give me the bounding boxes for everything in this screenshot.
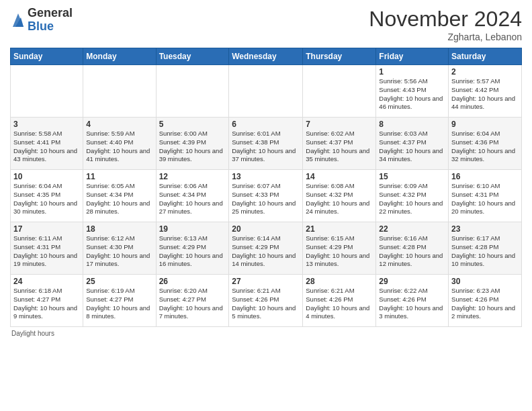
calendar-cell — [303, 65, 376, 118]
day-info: Sunrise: 5:57 AM Sunset: 4:42 PM Dayligh… — [451, 77, 519, 111]
day-info: Sunrise: 6:00 AM Sunset: 4:39 PM Dayligh… — [159, 130, 226, 164]
calendar-week-5: 24Sunrise: 6:18 AM Sunset: 4:27 PM Dayli… — [11, 275, 522, 327]
header-tuesday: Tuesday — [156, 48, 229, 65]
day-number: 12 — [159, 172, 226, 181]
calendar-cell: 21Sunrise: 6:15 AM Sunset: 4:29 PM Dayli… — [303, 222, 376, 275]
day-number: 25 — [86, 277, 152, 286]
calendar-cell: 2Sunrise: 5:57 AM Sunset: 4:42 PM Daylig… — [449, 65, 522, 118]
day-number: 14 — [306, 172, 373, 181]
day-info: Sunrise: 6:20 AM Sunset: 4:27 PM Dayligh… — [159, 287, 226, 321]
calendar-cell: 23Sunrise: 6:17 AM Sunset: 4:28 PM Dayli… — [449, 222, 522, 275]
header-monday: Monday — [83, 48, 156, 65]
day-number: 19 — [159, 224, 226, 234]
calendar-cell: 11Sunrise: 6:05 AM Sunset: 4:34 PM Dayli… — [83, 170, 156, 222]
day-number: 17 — [13, 224, 80, 234]
day-number: 7 — [306, 120, 373, 129]
day-info: Sunrise: 6:13 AM Sunset: 4:29 PM Dayligh… — [159, 234, 226, 269]
day-number: 6 — [232, 120, 300, 129]
day-number: 11 — [86, 172, 152, 181]
footer-note: Daylight hours — [10, 330, 522, 337]
day-number: 8 — [379, 120, 445, 129]
day-info: Sunrise: 6:22 AM Sunset: 4:26 PM Dayligh… — [379, 287, 445, 321]
logo: General Blue — [10, 7, 73, 34]
calendar-cell — [11, 65, 83, 118]
day-info: Sunrise: 6:06 AM Sunset: 4:34 PM Dayligh… — [159, 182, 226, 216]
day-number: 21 — [306, 224, 373, 234]
day-info: Sunrise: 6:04 AM Sunset: 4:35 PM Dayligh… — [13, 182, 80, 216]
day-number: 26 — [159, 277, 226, 286]
header-friday: Friday — [376, 48, 449, 65]
day-number: 4 — [86, 120, 152, 129]
day-number: 24 — [13, 277, 80, 286]
calendar-cell: 8Sunrise: 6:03 AM Sunset: 4:37 PM Daylig… — [376, 118, 449, 170]
calendar-cell — [156, 65, 229, 118]
calendar-cell: 6Sunrise: 6:01 AM Sunset: 4:38 PM Daylig… — [229, 118, 303, 170]
day-number: 1 — [379, 67, 445, 77]
day-info: Sunrise: 6:01 AM Sunset: 4:38 PM Dayligh… — [232, 130, 300, 164]
day-info: Sunrise: 6:17 AM Sunset: 4:28 PM Dayligh… — [451, 234, 519, 269]
calendar-cell: 20Sunrise: 6:14 AM Sunset: 4:29 PM Dayli… — [229, 222, 303, 275]
calendar-cell: 7Sunrise: 6:02 AM Sunset: 4:37 PM Daylig… — [303, 118, 376, 170]
header: General Blue November 2024 Zgharta, Leba… — [10, 7, 522, 42]
day-number: 2 — [451, 67, 519, 77]
calendar-cell: 26Sunrise: 6:20 AM Sunset: 4:27 PM Dayli… — [156, 275, 229, 327]
day-info: Sunrise: 6:03 AM Sunset: 4:37 PM Dayligh… — [379, 130, 445, 164]
logo-text: General Blue — [28, 7, 73, 34]
day-number: 18 — [86, 224, 152, 234]
calendar-cell: 13Sunrise: 6:07 AM Sunset: 4:33 PM Dayli… — [229, 170, 303, 222]
day-info: Sunrise: 6:10 AM Sunset: 4:31 PM Dayligh… — [451, 182, 519, 216]
calendar-week-2: 3Sunrise: 5:58 AM Sunset: 4:41 PM Daylig… — [11, 118, 522, 170]
day-number: 23 — [451, 224, 519, 234]
header-wednesday: Wednesday — [229, 48, 303, 65]
header-row: Sunday Monday Tuesday Wednesday Thursday… — [11, 48, 522, 65]
logo-general: General — [28, 7, 73, 20]
day-info: Sunrise: 6:21 AM Sunset: 4:26 PM Dayligh… — [306, 287, 373, 321]
month-title: November 2024 — [369, 7, 522, 32]
header-saturday: Saturday — [449, 48, 522, 65]
calendar-cell: 12Sunrise: 6:06 AM Sunset: 4:34 PM Dayli… — [156, 170, 229, 222]
calendar-cell — [229, 65, 303, 118]
day-info: Sunrise: 6:04 AM Sunset: 4:36 PM Dayligh… — [451, 130, 519, 164]
day-number: 9 — [451, 120, 519, 129]
day-number: 22 — [379, 224, 445, 234]
calendar-week-1: 1Sunrise: 5:56 AM Sunset: 4:43 PM Daylig… — [11, 65, 522, 118]
calendar-cell: 22Sunrise: 6:16 AM Sunset: 4:28 PM Dayli… — [376, 222, 449, 275]
day-info: Sunrise: 6:18 AM Sunset: 4:27 PM Dayligh… — [13, 287, 80, 321]
day-info: Sunrise: 6:23 AM Sunset: 4:26 PM Dayligh… — [451, 287, 519, 321]
calendar-week-3: 10Sunrise: 6:04 AM Sunset: 4:35 PM Dayli… — [11, 170, 522, 222]
calendar-cell: 15Sunrise: 6:09 AM Sunset: 4:32 PM Dayli… — [376, 170, 449, 222]
day-number: 20 — [232, 224, 300, 234]
calendar-cell: 10Sunrise: 6:04 AM Sunset: 4:35 PM Dayli… — [11, 170, 83, 222]
calendar-cell: 17Sunrise: 6:11 AM Sunset: 4:31 PM Dayli… — [11, 222, 83, 275]
calendar-cell: 5Sunrise: 6:00 AM Sunset: 4:39 PM Daylig… — [156, 118, 229, 170]
calendar-cell: 25Sunrise: 6:19 AM Sunset: 4:27 PM Dayli… — [83, 275, 156, 327]
calendar-cell: 27Sunrise: 6:21 AM Sunset: 4:26 PM Dayli… — [229, 275, 303, 327]
calendar-cell — [83, 65, 156, 118]
calendar-cell: 28Sunrise: 6:21 AM Sunset: 4:26 PM Dayli… — [303, 275, 376, 327]
calendar-cell: 14Sunrise: 6:08 AM Sunset: 4:32 PM Dayli… — [303, 170, 376, 222]
calendar-cell: 16Sunrise: 6:10 AM Sunset: 4:31 PM Dayli… — [449, 170, 522, 222]
day-number: 29 — [379, 277, 445, 286]
calendar-cell: 19Sunrise: 6:13 AM Sunset: 4:29 PM Dayli… — [156, 222, 229, 275]
calendar-table: Sunday Monday Tuesday Wednesday Thursday… — [10, 48, 522, 327]
calendar-cell: 1Sunrise: 5:56 AM Sunset: 4:43 PM Daylig… — [376, 65, 449, 118]
day-number: 10 — [13, 172, 80, 181]
calendar-week-4: 17Sunrise: 6:11 AM Sunset: 4:31 PM Dayli… — [11, 222, 522, 275]
calendar-cell: 4Sunrise: 5:59 AM Sunset: 4:40 PM Daylig… — [83, 118, 156, 170]
day-number: 13 — [232, 172, 300, 181]
calendar-cell: 24Sunrise: 6:18 AM Sunset: 4:27 PM Dayli… — [11, 275, 83, 327]
location: Zgharta, Lebanon — [369, 32, 522, 42]
day-info: Sunrise: 6:14 AM Sunset: 4:29 PM Dayligh… — [232, 234, 300, 269]
day-info: Sunrise: 6:19 AM Sunset: 4:27 PM Dayligh… — [86, 287, 152, 321]
day-info: Sunrise: 6:02 AM Sunset: 4:37 PM Dayligh… — [306, 130, 373, 164]
day-info: Sunrise: 5:59 AM Sunset: 4:40 PM Dayligh… — [86, 130, 152, 164]
day-number: 30 — [451, 277, 519, 286]
header-thursday: Thursday — [303, 48, 376, 65]
page-container: General Blue November 2024 Zgharta, Leba… — [0, 0, 532, 340]
day-number: 3 — [13, 120, 80, 129]
day-info: Sunrise: 6:12 AM Sunset: 4:30 PM Dayligh… — [86, 234, 152, 269]
day-number: 15 — [379, 172, 445, 181]
calendar-header: Sunday Monday Tuesday Wednesday Thursday… — [11, 48, 522, 65]
calendar-cell: 3Sunrise: 5:58 AM Sunset: 4:41 PM Daylig… — [11, 118, 83, 170]
calendar-cell: 9Sunrise: 6:04 AM Sunset: 4:36 PM Daylig… — [449, 118, 522, 170]
